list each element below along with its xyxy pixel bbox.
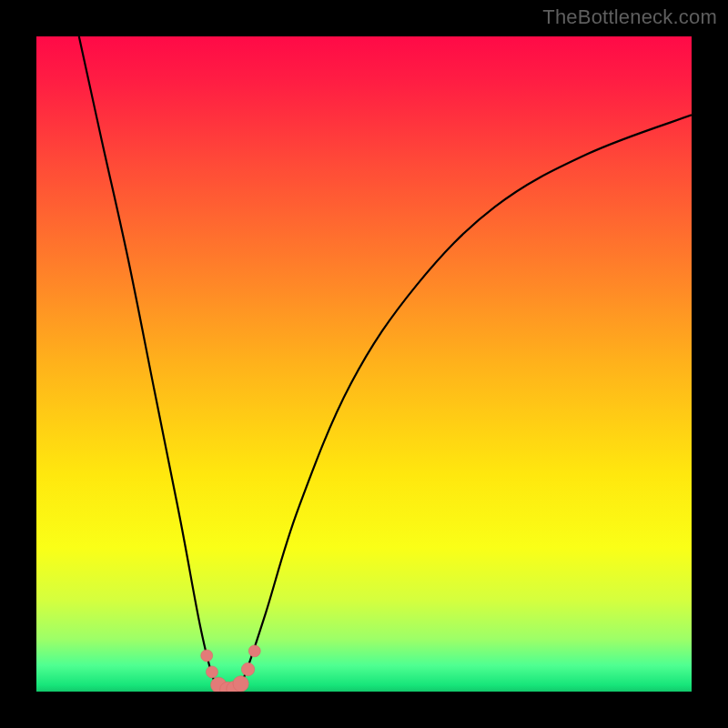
curve-left-branch	[79, 36, 223, 692]
plot-area	[36, 36, 692, 692]
chart-frame: TheBottleneck.com	[0, 0, 728, 728]
bottom-marker-cluster	[201, 645, 261, 692]
curve-layer	[36, 36, 692, 692]
marker-dot	[241, 662, 254, 675]
marker-dot	[233, 676, 248, 692]
marker-dot	[206, 666, 217, 678]
marker-dot	[201, 650, 213, 662]
curve-right-branch	[237, 115, 692, 692]
marker-dot	[248, 645, 260, 657]
watermark-text: TheBottleneck.com	[542, 5, 717, 29]
